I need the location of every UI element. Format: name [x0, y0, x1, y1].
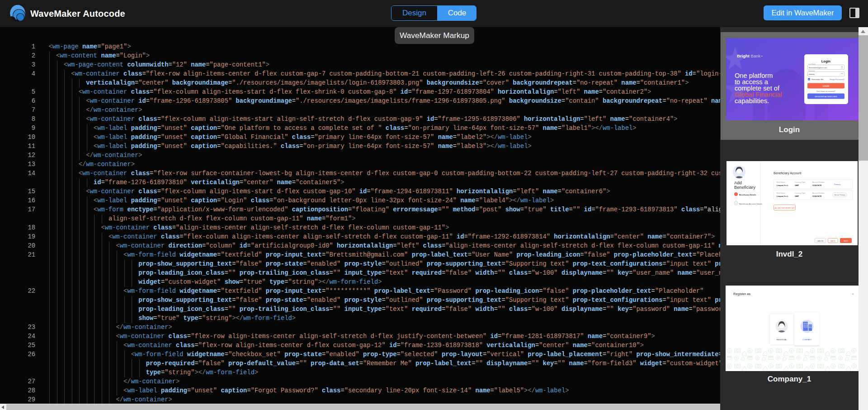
- svg-text:INDIVIDUAL: INDIVIDUAL: [776, 338, 787, 341]
- svg-text:Beneficiary Account: Beneficiary Account: [774, 172, 802, 175]
- svg-text:Beneficiary Account Details: Beneficiary Account Details: [739, 203, 762, 205]
- svg-text:Register as: Register as: [733, 292, 750, 296]
- svg-text:LOGIN: LOGIN: [823, 85, 829, 87]
- svg-text::: :: [849, 183, 849, 186]
- svg-text:Forgot Password?: Forgot Password?: [830, 78, 845, 81]
- svg-text:Currency Type: Currency Type: [795, 181, 805, 183]
- svg-text:Set as Primary: Set as Primary: [835, 194, 845, 196]
- svg-text:+ ADD ANOTHER BENEFICIARY: + ADD ANOTHER BENEFICIARY: [774, 207, 796, 209]
- svg-text:Account Number: Account Number: [812, 181, 825, 183]
- svg-text:Beneficiary: Beneficiary: [734, 185, 755, 190]
- svg-text:BACK: BACK: [830, 240, 835, 242]
- svg-text:Remember Me: Remember Me: [811, 78, 824, 81]
- svg-text:Liaquat Bank: Liaquat Bank: [777, 184, 789, 186]
- svg-text:×: ×: [852, 292, 854, 296]
- svg-text:1234 5678: 1234 5678: [812, 195, 821, 197]
- svg-text:COMPANY: COMPANY: [802, 338, 812, 341]
- svg-text:GBP: GBP: [795, 184, 799, 186]
- svg-text:NEXT: NEXT: [844, 240, 849, 242]
- svg-text:CANCEL: CANCEL: [817, 240, 824, 242]
- svg-text:REGISTER AS NEW USER: REGISTER AS NEW USER: [815, 95, 837, 98]
- svg-text:User Name: User Name: [808, 63, 816, 65]
- svg-text:capabilities.: capabilities.: [735, 97, 769, 105]
- svg-text:Beneficiary Details: Beneficiary Details: [739, 194, 756, 196]
- svg-text:Liaquat Bank: Liaquat Bank: [777, 195, 789, 197]
- svg-text:Currency Type: Currency Type: [795, 192, 805, 194]
- svg-text:Primary: Primary: [834, 183, 841, 186]
- svg-text:Brettsmith@gmail.com: Brettsmith@gmail.com: [809, 67, 827, 69]
- svg-text:Login: Login: [821, 59, 831, 63]
- svg-text:Account Number: Account Number: [812, 192, 825, 194]
- svg-text:••••••••: ••••••••: [809, 73, 815, 76]
- svg-text:Bright Bank *: Bright Bank *: [737, 53, 763, 58]
- svg-text:GBP: GBP: [795, 195, 799, 197]
- svg-text:Bank Name: Bank Name: [777, 181, 785, 183]
- svg-text:Password: Password: [808, 70, 815, 72]
- svg-text:Bank Name: Bank Name: [777, 192, 785, 194]
- svg-text:Don't have an account?: Don't have an account?: [816, 90, 836, 92]
- svg-text:1234 5678: 1234 5678: [812, 184, 821, 186]
